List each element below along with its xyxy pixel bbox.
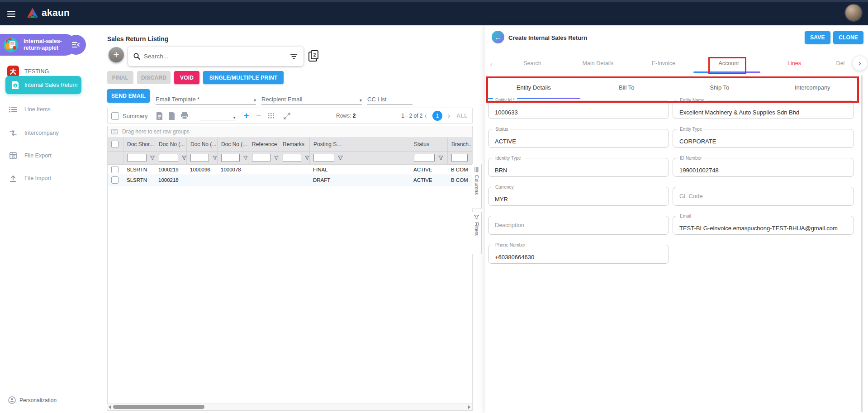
sidebar-item-intercompany[interactable]: Intercompany: [0, 124, 89, 142]
prev-page-icon[interactable]: ‹: [425, 112, 427, 120]
hamburger-menu-icon[interactable]: [7, 9, 15, 19]
filter-input[interactable]: [451, 154, 468, 162]
tab-e-invoice[interactable]: E-Invoice: [652, 60, 675, 66]
filter-input[interactable]: [313, 154, 334, 162]
email-field[interactable]: EmailTEST-BLG-einvoice.emaspuchong-TEST-…: [673, 216, 854, 235]
sidebar-item-file-import[interactable]: File Import: [0, 169, 89, 187]
row-group-dropzone[interactable]: Drag here to set row groups: [108, 126, 472, 138]
filter-input[interactable]: [252, 154, 270, 162]
funnel-icon[interactable]: [150, 156, 155, 160]
tab-delivery[interactable]: Del: [836, 60, 845, 66]
sidebar-item-file-export[interactable]: File Export: [0, 147, 89, 165]
sidebar-item-line-items[interactable]: Line Items: [0, 100, 89, 119]
description-field[interactable]: Description: [488, 216, 669, 235]
filter-input[interactable]: [127, 154, 147, 162]
phone-number-field[interactable]: Phone Number+60380664630: [488, 245, 669, 264]
vertical-scrollbar[interactable]: [861, 75, 863, 412]
all-pages-button[interactable]: ALL: [456, 113, 468, 119]
duplicate-layout-icon[interactable]: 2: [308, 50, 318, 61]
horizontal-scrollbar[interactable]: [107, 404, 472, 410]
next-page-icon[interactable]: ›: [448, 112, 450, 120]
currency-field[interactable]: CurrencyMYR: [488, 187, 669, 206]
column-header[interactable]: Status: [410, 138, 447, 151]
scroll-left-icon[interactable]: [109, 405, 111, 409]
sidebar-item-internal-sales-return[interactable]: $ Internal Sales Return: [5, 76, 81, 94]
funnel-icon[interactable]: [274, 156, 279, 160]
column-header[interactable]: Posting S...: [309, 138, 410, 151]
select-all-checkbox[interactable]: [111, 141, 119, 148]
column-header[interactable]: Doc No (...: [155, 138, 186, 151]
funnel-icon[interactable]: [243, 156, 248, 160]
funnel-icon[interactable]: [213, 156, 217, 160]
tab-search[interactable]: Search: [523, 60, 541, 66]
filter-input[interactable]: [414, 154, 435, 162]
brand-logo[interactable]: [26, 7, 39, 20]
user-avatar[interactable]: [845, 5, 862, 21]
scrollbar-thumb[interactable]: [113, 405, 204, 409]
funnel-icon[interactable]: [338, 156, 343, 160]
discard-button[interactable]: DISCARD: [137, 71, 171, 84]
back-button[interactable]: ←: [492, 31, 504, 43]
row-checkbox[interactable]: [111, 176, 119, 184]
entity-type-field[interactable]: Entity TypeCORPORATE: [673, 129, 854, 148]
scroll-right-icon[interactable]: [468, 405, 470, 409]
tabs-scroll-left-icon[interactable]: ‹: [490, 60, 493, 68]
filter-input[interactable]: [190, 154, 209, 162]
tabs-scroll-right-button[interactable]: ›: [853, 56, 867, 71]
single-multiple-print-button[interactable]: SINGLE/MULTIPLE PRINT: [203, 71, 284, 84]
entity-name-field[interactable]: Entity NameExcellent Machinery & Auto Su…: [673, 100, 854, 119]
search-input[interactable]: Search...: [144, 53, 290, 60]
subtab-ship-to[interactable]: Ship To: [673, 75, 766, 100]
gl-code-field[interactable]: GL Code: [673, 187, 854, 206]
page-size-select[interactable]: ▾: [199, 112, 236, 120]
column-header[interactable]: Doc No (...: [217, 138, 248, 151]
tab-account[interactable]: Account: [718, 60, 739, 66]
personalization-button[interactable]: Personalization: [8, 396, 57, 404]
subtab-entity-details[interactable]: Entity Details: [487, 75, 580, 100]
tab-lines[interactable]: Lines: [787, 60, 801, 66]
column-header[interactable]: Reference: [248, 138, 279, 151]
entity-id-field[interactable]: Entity Id *1000633: [488, 100, 669, 119]
subtab-intercompany[interactable]: Intercompany: [766, 75, 859, 100]
filter-input[interactable]: [221, 154, 240, 162]
add-record-button[interactable]: +: [109, 47, 124, 62]
filters-panel-tab[interactable]: Filters: [472, 212, 482, 254]
blank-file-icon[interactable]: [168, 112, 175, 120]
summary-checkbox[interactable]: [111, 112, 119, 120]
remove-row-icon[interactable]: −: [256, 111, 261, 121]
table-row[interactable]: SLSRTN 1000218 DRAFT ACTIVE B COM: [108, 175, 472, 185]
table-row[interactable]: SLSRTN 1000219 1000096 1000078 FINAL ACT…: [108, 165, 472, 175]
funnel-icon[interactable]: [182, 156, 186, 160]
dot-grid-icon[interactable]: [267, 113, 275, 119]
final-button[interactable]: FINAL: [107, 71, 133, 84]
subtab-bill-to[interactable]: Bill To: [580, 75, 674, 100]
print-icon[interactable]: [180, 112, 189, 119]
id-number-field[interactable]: ID Number199001002748: [673, 158, 854, 177]
column-header[interactable]: Doc Shor...: [123, 138, 155, 151]
filter-lines-icon[interactable]: [290, 54, 297, 59]
email-template-select[interactable]: Email Template *▾: [156, 91, 256, 105]
export-file-icon[interactable]: [156, 112, 163, 120]
clone-button[interactable]: CLONE: [833, 31, 863, 44]
identity-type-field[interactable]: Identity TypeBRN: [488, 158, 669, 177]
funnel-icon[interactable]: [305, 156, 309, 160]
search-bar[interactable]: Search...: [128, 47, 304, 66]
cc-list-input[interactable]: CC List: [367, 91, 413, 105]
filter-input[interactable]: [283, 154, 301, 162]
columns-panel-tab[interactable]: Columns: [472, 164, 482, 209]
row-checkbox[interactable]: [111, 166, 119, 173]
void-button[interactable]: VOID: [174, 71, 199, 84]
funnel-icon[interactable]: [438, 156, 443, 160]
column-header[interactable]: Doc No (...: [186, 138, 217, 151]
sidebar-collapse-button[interactable]: [66, 35, 86, 55]
tab-main-details[interactable]: Main Details: [583, 60, 614, 66]
add-row-icon[interactable]: +: [244, 111, 249, 121]
column-header[interactable]: Remarks: [279, 138, 309, 151]
current-page-button[interactable]: 1: [432, 111, 442, 121]
status-field[interactable]: StatusACTIVE: [488, 129, 669, 148]
column-header[interactable]: Branch...: [447, 138, 471, 151]
filter-input[interactable]: [159, 154, 178, 162]
save-button[interactable]: SAVE: [805, 31, 830, 44]
expand-icon[interactable]: [284, 113, 290, 119]
send-email-button[interactable]: SEND EMAIL: [107, 89, 150, 103]
